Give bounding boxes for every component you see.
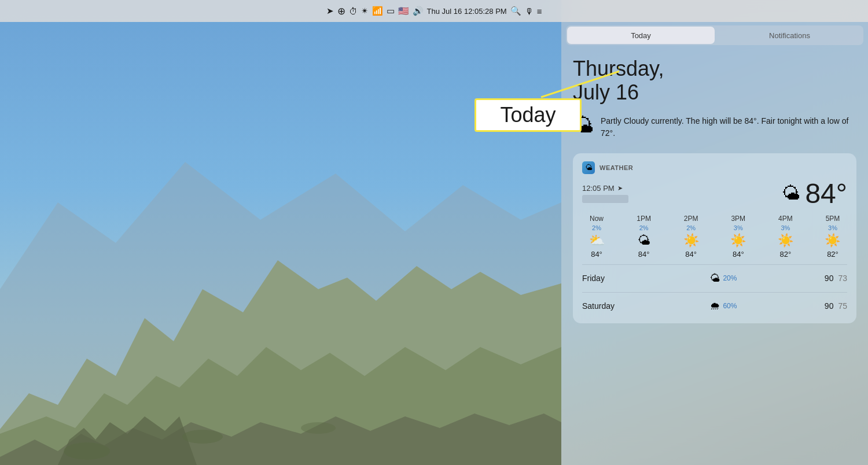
menubar-center: ➤ ⊕ ⏱ ✴ 📶 ▭ 🇺🇸 🔊 Thu Jul 16 12:05:28 PM …	[326, 5, 542, 17]
weather-hour-5pm: 5PM 3% ☀️ 82°	[818, 215, 847, 259]
bluetooth-icon: ✴	[361, 6, 369, 16]
nc-tabs: Today Notifications	[566, 25, 863, 45]
forecast-row-saturday: Saturday 🌧 60% 90 75	[582, 297, 847, 315]
search-icon[interactable]: 🔍	[510, 6, 521, 16]
notification-center-panel: Today Notifications Thursday, July 16 🌤 …	[561, 0, 868, 465]
svg-point-2	[182, 430, 223, 444]
location-bar	[582, 195, 628, 203]
forecast-row-friday: Friday 🌤 20% 90 73	[582, 270, 847, 287]
weather-summary-text: Partly Cloudy currently. The high will b…	[601, 115, 856, 139]
menubar-time: Thu Jul 16 12:05:28 PM	[427, 7, 507, 16]
control-center-icon[interactable]: ≡	[537, 6, 542, 16]
wifi-icon: 📶	[372, 6, 383, 16]
weather-widget-header: 🌤 WEATHER	[582, 161, 847, 174]
weather-hour-now: Now 2% ⛅ 84°	[582, 215, 611, 259]
weather-divider	[582, 264, 847, 265]
forecast-temps-saturday: 90 75	[825, 301, 847, 311]
nc-content: Thursday, July 16 🌤 Partly Cloudy curren…	[561, 45, 868, 458]
menubar: ➤ ⊕ ⏱ ✴ 📶 ▭ 🇺🇸 🔊 Thu Jul 16 12:05:28 PM …	[0, 0, 868, 22]
svg-point-3	[301, 422, 336, 434]
weather-location-block: 12:05 PM ➤	[582, 184, 628, 203]
weather-hour-3pm: 3PM 3% ☀️ 84°	[724, 215, 753, 259]
weather-hour-1pm: 1PM 2% 🌤 84°	[630, 215, 659, 259]
weather-hour-4pm: 4PM 3% ☀️ 82°	[771, 215, 800, 259]
flag-icon: 🇺🇸	[398, 6, 409, 16]
nc-date: Thursday, July 16	[573, 57, 856, 105]
svg-point-1	[64, 442, 110, 460]
timemachine-icon: ⏱	[349, 6, 358, 16]
weather-summary: 🌤 Partly Cloudy currently. The high will…	[573, 115, 856, 139]
weather-hourly: Now 2% ⛅ 84° 1PM 2% 🌤 84° 2PM 2% ☀️	[582, 215, 847, 259]
location-icon: ➤	[326, 6, 334, 16]
tab-notifications[interactable]: Notifications	[716, 25, 863, 45]
weather-widget: 🌤 WEATHER 12:05 PM ➤ 🌤 84°	[573, 153, 856, 323]
siri-icon[interactable]: 🎙	[525, 6, 534, 16]
wallpaper	[0, 0, 561, 465]
volume-icon: 🔊	[413, 6, 424, 16]
airplay-icon: ▭	[387, 6, 395, 16]
lastfm-icon: ⊕	[337, 5, 345, 17]
forecast-day-saturday: Saturday	[582, 301, 623, 311]
weather-time: 12:05 PM ➤	[582, 184, 628, 193]
weather-summary-icon: 🌤	[573, 115, 594, 136]
forecast-icons-friday: 🌤 20%	[710, 272, 737, 285]
current-weather-icon: 🌤	[782, 183, 800, 204]
forecast-temps-friday: 90 73	[825, 274, 847, 283]
weather-app-icon: 🌤	[582, 161, 595, 174]
forecast-day-friday: Friday	[582, 274, 623, 283]
current-temp-block: 🌤 84°	[782, 180, 847, 208]
weather-divider-2	[582, 292, 847, 293]
tab-today[interactable]: Today	[567, 27, 715, 44]
weather-current-row: 12:05 PM ➤ 🌤 84°	[582, 180, 847, 208]
forecast-icons-saturday: 🌧 60%	[710, 300, 737, 312]
weather-hour-2pm: 2PM 2% ☀️ 84°	[676, 215, 705, 259]
weather-widget-title: WEATHER	[599, 164, 633, 171]
current-temp: 84°	[805, 180, 847, 208]
